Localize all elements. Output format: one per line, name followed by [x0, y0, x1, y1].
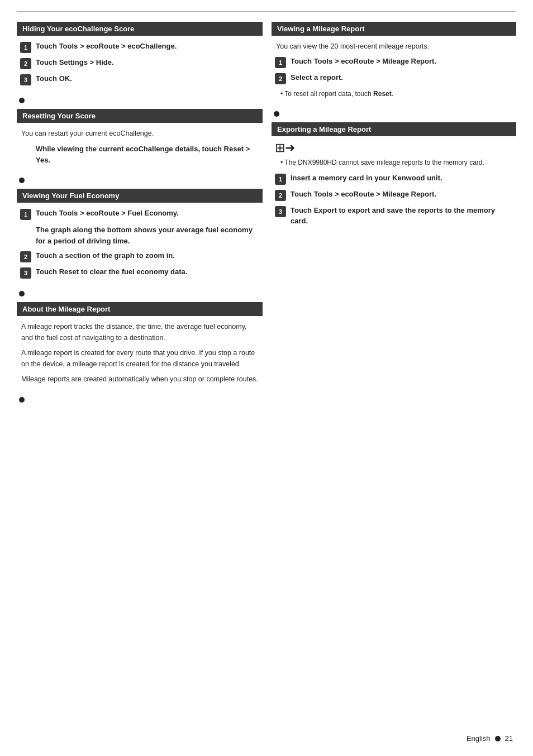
step-row: 2 Select a report.: [275, 73, 513, 84]
step-number-2: 2: [275, 190, 286, 201]
page: Hiding Your ecoChallenge Score 1 Touch T…: [0, 0, 533, 756]
viewing-mileage-intro: You can view the 20 most-recent mileage …: [275, 41, 513, 52]
section-divider: [19, 178, 25, 183]
step-row: 2 Touch Settings > Hide.: [20, 58, 259, 69]
exporting-caution: The DNX9980HD cannot save mileage report…: [280, 157, 513, 168]
note-icon: ⊞➜: [275, 141, 295, 155]
section-divider: [19, 397, 25, 403]
step-text-3: Touch OK.: [36, 74, 72, 84]
section-header-viewing-fuel-economy: Viewing Your Fuel Economy: [17, 189, 263, 203]
section-header-hiding-eco-score: Hiding Your ecoChallenge Score: [17, 22, 263, 36]
resetting-score-intro: You can restart your current ecoChalleng…: [20, 128, 259, 139]
step-row: 3 Touch OK.: [20, 74, 259, 85]
step-number-3: 3: [20, 74, 31, 85]
step-number-2: 2: [20, 58, 31, 69]
two-column-layout: Hiding Your ecoChallenge Score 1 Touch T…: [17, 22, 516, 408]
step-row: 3 Touch Export to export and save the re…: [275, 205, 513, 226]
section-divider: [19, 291, 25, 296]
step-number-3: 3: [275, 206, 286, 217]
step-text-exp-1: Insert a memory card in your Kenwood uni…: [291, 173, 442, 183]
section-body-resetting-score: You can restart your current ecoChalleng…: [17, 128, 263, 175]
section-header-exporting-mileage-report: Exporting a Mileage Report: [272, 122, 516, 136]
section-resetting-score: Resetting Your Score You can restart you…: [17, 109, 263, 175]
about-mileage-para-1: A mileage report tracks the distance, th…: [20, 322, 259, 343]
section-header-resetting-score: Resetting Your Score: [17, 109, 263, 123]
footer-language: English: [467, 734, 491, 743]
footer-dot: [495, 736, 501, 741]
step-number-2: 2: [275, 73, 286, 84]
section-body-hiding-eco-score: 1 Touch Tools > ecoRoute > ecoChallenge.…: [17, 41, 263, 95]
about-mileage-para-3: Mileage reports are created automaticall…: [20, 374, 259, 385]
step-text-fuel-3: Touch Reset to clear the fuel economy da…: [36, 267, 187, 277]
footer-page-number: 21: [505, 734, 513, 743]
step-row: 3 Touch Reset to clear the fuel economy …: [20, 267, 259, 279]
fuel-economy-graph-note: The graph along the bottom shows your av…: [36, 224, 259, 246]
resetting-score-note: While viewing the current ecoChallenge d…: [36, 143, 259, 165]
step-row: 1 Touch Tools > ecoRoute > Mileage Repor…: [275, 56, 513, 68]
step-row: 1 Insert a memory card in your Kenwood u…: [275, 173, 513, 185]
section-header-about-mileage-report: About the Mileage Report: [17, 302, 263, 316]
section-viewing-fuel-economy: Viewing Your Fuel Economy 1 Touch Tools …: [17, 189, 263, 289]
section-body-viewing-fuel-economy: 1 Touch Tools > ecoRoute > Fuel Economy.…: [17, 208, 263, 289]
step-number-3: 3: [20, 267, 31, 279]
section-header-viewing-mileage-report: Viewing a Mileage Report: [272, 22, 516, 36]
step-row: 1 Touch Tools > ecoRoute > Fuel Economy.: [20, 208, 259, 220]
step-number-2: 2: [20, 251, 31, 262]
page-footer: English 21: [467, 734, 513, 743]
col-right: Viewing a Mileage Report You can view th…: [272, 22, 516, 408]
step-row: 1 Touch Tools > ecoRoute > ecoChallenge.: [20, 41, 259, 53]
section-body-about-mileage-report: A mileage report tracks the distance, th…: [17, 322, 263, 395]
step-number-1: 1: [275, 57, 286, 68]
step-number-1: 1: [275, 174, 286, 185]
section-divider: [274, 111, 279, 117]
section-divider: [19, 98, 25, 103]
step-number-1: 1: [20, 42, 31, 53]
step-text-exp-2: Touch Tools > ecoRoute > Mileage Report.: [291, 189, 436, 199]
step-text-fuel-1: Touch Tools > ecoRoute > Fuel Economy.: [36, 208, 179, 218]
section-exporting-mileage-report: Exporting a Mileage Report ⊞➜ The DNX998…: [272, 122, 516, 236]
step-text-2: Touch Settings > Hide.: [36, 58, 114, 68]
step-text-1: Touch Tools > ecoRoute > ecoChallenge.: [36, 41, 177, 51]
step-row: 2 Touch a section of the graph to zoom i…: [20, 251, 259, 262]
about-mileage-para-2: A mileage report is created for every ro…: [20, 348, 259, 370]
exporting-note-icon-wrapper: ⊞➜: [275, 142, 513, 154]
viewing-mileage-bullet-note: To reset all report data, touch Reset.: [280, 89, 513, 99]
step-text-fuel-2: Touch a section of the graph to zoom in.: [36, 251, 175, 261]
section-viewing-mileage-report: Viewing a Mileage Report You can view th…: [272, 22, 516, 109]
section-body-viewing-mileage-report: You can view the 20 most-recent mileage …: [272, 41, 516, 109]
section-about-mileage-report: About the Mileage Report A mileage repor…: [17, 302, 263, 395]
step-number-1: 1: [20, 209, 31, 220]
step-row: 2 Touch Tools > ecoRoute > Mileage Repor…: [275, 189, 513, 201]
step-text-vm-1: Touch Tools > ecoRoute > Mileage Report.: [291, 56, 436, 66]
step-text-exp-3: Touch Export to export and save the repo…: [291, 205, 513, 226]
col-left: Hiding Your ecoChallenge Score 1 Touch T…: [17, 22, 263, 408]
step-text-vm-2: Select a report.: [291, 73, 343, 83]
exporting-steps-wrapper: 1 Insert a memory card in your Kenwood u…: [275, 173, 513, 226]
section-body-exporting-mileage-report: ⊞➜ The DNX9980HD cannot save mileage rep…: [272, 142, 516, 236]
top-rule: [17, 11, 516, 12]
section-hiding-eco-score: Hiding Your ecoChallenge Score 1 Touch T…: [17, 22, 263, 95]
